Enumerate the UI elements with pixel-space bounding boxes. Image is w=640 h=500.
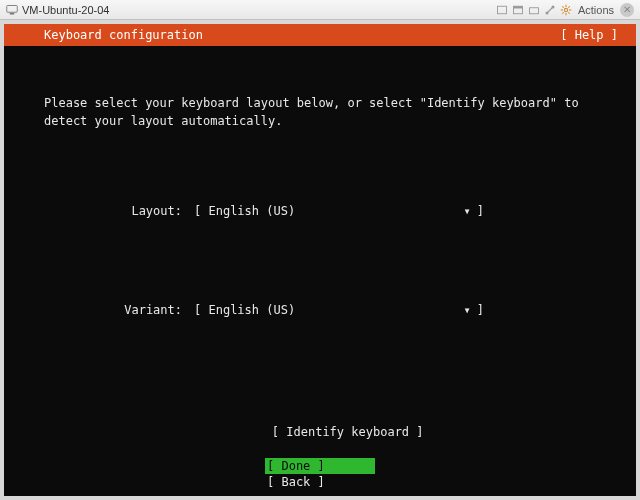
bracket-close: ] [477,301,484,320]
layout-value: English (US) [208,202,295,221]
gear-icon[interactable] [560,4,572,16]
back-button[interactable]: [ Back ] [265,474,375,490]
layout-select[interactable]: [ English (US) ▾ ] [194,202,484,221]
window-icon-3[interactable] [528,4,540,16]
content-area: Please select your keyboard layout below… [4,46,636,499]
help-button[interactable]: [ Help ] [560,28,618,42]
layout-row: Layout: [ English (US) ▾ ] [44,202,608,221]
identify-row: [ Identify keyboard ] [44,403,608,461]
close-icon[interactable]: ✕ [620,3,634,17]
identify-keyboard-button[interactable]: [ Identify keyboard ] [272,425,424,439]
chevron-down-icon: ▾ [464,202,471,221]
svg-rect-1 [10,13,15,15]
done-button[interactable]: [ Done ] [265,458,375,474]
layout-label: Layout: [44,202,194,221]
svg-rect-0 [7,5,18,12]
svg-line-15 [568,12,570,14]
header-bar: Keyboard configuration [ Help ] [4,24,636,46]
svg-rect-5 [529,7,538,13]
page-title: Keyboard configuration [44,28,203,42]
vm-title: VM-Ubuntu-20-04 [22,4,109,16]
instruction-line-1: Please select your keyboard layout below… [44,94,608,112]
actions-label[interactable]: Actions [578,4,614,16]
bracket-open: [ [194,301,201,320]
window-icon-2[interactable] [512,4,524,16]
svg-rect-2 [497,6,506,14]
svg-line-17 [568,6,570,8]
svg-point-9 [564,8,567,11]
svg-line-8 [548,7,553,12]
window-icon-1[interactable] [496,4,508,16]
bracket-close: ] [477,202,484,221]
vm-title-right: Actions ✕ [496,3,634,17]
svg-line-16 [562,12,564,14]
chevron-down-icon: ▾ [464,301,471,320]
network-icon[interactable] [544,4,556,16]
bracket-open: [ [194,202,201,221]
variant-label: Variant: [44,301,194,320]
variant-select[interactable]: [ English (US) ▾ ] [194,301,484,320]
variant-row: Variant: [ English (US) ▾ ] [44,301,608,320]
footer-buttons: [ Done ] [ Back ] [4,458,636,490]
vm-titlebar: VM-Ubuntu-20-04 Actions ✕ [0,0,640,20]
monitor-icon [6,4,18,16]
console-frame: Keyboard configuration [ Help ] Please s… [4,24,636,496]
instruction-text: Please select your keyboard layout below… [44,94,608,130]
vm-title-left: VM-Ubuntu-20-04 [6,4,109,16]
svg-line-14 [562,6,564,8]
instruction-line-2: detect your layout automatically. [44,112,608,130]
svg-rect-4 [513,6,522,8]
variant-value: English (US) [208,301,295,320]
